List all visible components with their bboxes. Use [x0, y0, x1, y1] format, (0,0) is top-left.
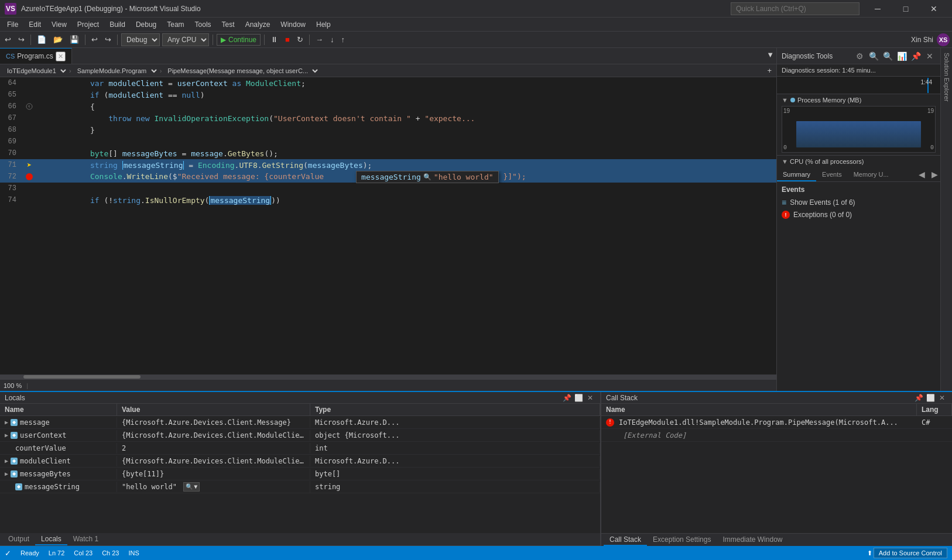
step-over-button[interactable]: → — [313, 33, 326, 46]
menu-help[interactable]: Help — [311, 19, 335, 30]
menu-team[interactable]: Team — [162, 19, 189, 30]
exceptions-row[interactable]: ! Exceptions (0 of 0) — [782, 209, 936, 221]
menu-view[interactable]: View — [47, 19, 71, 30]
diag-tab-events[interactable]: Events — [816, 169, 848, 181]
tab-close-button[interactable]: ✕ — [56, 51, 66, 61]
scrollbar-thumb[interactable] — [23, 375, 141, 379]
diag-zoom-out-button[interactable]: 🔍 — [882, 50, 893, 62]
step-out-button[interactable]: ↑ — [338, 33, 347, 46]
callstack-close-button[interactable]: ✕ — [937, 393, 947, 403]
diag-tab-memory[interactable]: Memory U... — [848, 169, 895, 181]
zoom-level[interactable]: 100 % — [4, 382, 22, 389]
platform-dropdown[interactable]: Any CPU — [162, 33, 209, 46]
status-ins[interactable]: INS — [128, 549, 139, 556]
expand-arrow-messagebytes[interactable]: ▶ — [5, 470, 8, 477]
method-selector[interactable]: PipeMessage(Message message, object user… — [163, 65, 320, 77]
memory-y-bottom-right: 0 — [930, 145, 934, 151]
tooltip-search-icon[interactable]: 🔍 — [423, 173, 432, 181]
obj-icon-message: ◆ — [11, 419, 18, 426]
tab-overflow-button[interactable]: ▼ — [764, 48, 776, 61]
cpu-collapse-arrow[interactable]: ▼ — [782, 158, 788, 165]
gutter-71: ➤ — [23, 160, 35, 170]
bottom-tab-output[interactable]: Output — [2, 533, 35, 545]
locals-pin-button[interactable]: 📌 — [561, 393, 572, 403]
new-file-button[interactable]: 📄 — [35, 33, 49, 46]
local-row-messagestring[interactable]: ◆ messageString "hello world" 🔍 ▼ string — [0, 480, 600, 493]
locals-close-button[interactable]: ✕ — [585, 393, 595, 403]
menu-edit[interactable]: Edit — [24, 19, 46, 30]
diag-pin-button[interactable]: 📌 — [910, 50, 922, 62]
undo-button[interactable]: ↩ — [89, 33, 100, 46]
show-events-row[interactable]: ≡ Show Events (1 of 6) — [782, 196, 936, 209]
restart-button[interactable]: ↻ — [294, 33, 306, 46]
locals-float-button[interactable]: ⬜ — [573, 393, 584, 403]
diag-tabs: Summary Events Memory U... ◀ ▶ — [777, 169, 940, 182]
quick-launch-input[interactable] — [731, 2, 859, 15]
module-selector[interactable]: IoTEdgeModule1 — [2, 65, 68, 77]
local-row-moduleclient[interactable]: ▶ ◆ moduleClient {Microsoft.Azure.Device… — [0, 455, 600, 468]
expand-arrow-usercontext[interactable]: ▶ — [5, 432, 8, 438]
local-row-messagebytes[interactable]: ▶ ◆ messageBytes {byte[11]} byte[] — [0, 468, 600, 480]
callstack-float-button[interactable]: ⬜ — [925, 393, 936, 403]
memory-collapse-arrow[interactable]: ▼ — [782, 97, 788, 104]
expand-arrow-moduleclient[interactable]: ▶ — [5, 458, 8, 464]
pause-button[interactable]: ⏸ — [268, 33, 280, 46]
bottom-tab-locals[interactable]: Locals — [35, 533, 67, 545]
diag-close-button[interactable]: ✕ — [924, 50, 936, 62]
diag-tab-summary[interactable]: Summary — [777, 169, 816, 181]
menu-analyze[interactable]: Analyze — [241, 19, 275, 30]
close-button[interactable]: ✕ — [920, 0, 947, 18]
menu-build[interactable]: Build — [105, 19, 130, 30]
editor-tab-program[interactable]: CS Program.cs ✕ — [0, 48, 72, 64]
local-type-message: Microsoft.Azure.D... — [310, 417, 600, 428]
local-row-usercontext[interactable]: ▶ ◆ userContext {Microsoft.Azure.Devices… — [0, 429, 600, 442]
callstack-pin-button[interactable]: 📌 — [913, 393, 924, 403]
diag-tab-next-button[interactable]: ▶ — [929, 169, 940, 180]
toolbar-separator-3 — [117, 35, 118, 45]
menu-file[interactable]: File — [2, 19, 23, 30]
code-scrollbar[interactable] — [0, 375, 776, 379]
diag-chart-button[interactable]: 📊 — [896, 50, 908, 62]
diag-settings-button[interactable]: ⚙ — [854, 50, 865, 62]
cs-row-pipemessage[interactable]: ! IoTEdgeModule1.dll!SampleModule.Progra… — [601, 416, 952, 429]
step-into-button[interactable]: ↓ — [328, 33, 337, 46]
bottom-tab-watch1[interactable]: Watch 1 — [67, 533, 105, 545]
line-code-66: { — [35, 102, 776, 111]
class-selector[interactable]: SampleModule.Program — [73, 65, 159, 77]
menu-tools[interactable]: Tools — [190, 19, 216, 30]
vs-logo: VS — [5, 3, 16, 15]
minimize-button[interactable]: ─ — [864, 0, 891, 18]
add-member-button[interactable]: + — [765, 64, 774, 77]
menu-window[interactable]: Window — [276, 19, 310, 30]
local-row-countervalue[interactable]: counterValue 2 int — [0, 442, 600, 455]
diag-tab-prev-button[interactable]: ◀ — [916, 169, 927, 180]
debug-config-dropdown[interactable]: Debug — [121, 33, 160, 46]
solution-explorer-bar[interactable]: Solution Explorer — [940, 48, 952, 391]
inline-search-messagestring[interactable]: 🔍 ▼ — [183, 482, 200, 492]
menu-project[interactable]: Project — [73, 19, 104, 30]
menu-debug[interactable]: Debug — [131, 19, 161, 30]
cs-tab-exception-settings[interactable]: Exception Settings — [647, 534, 717, 546]
forward-nav-button[interactable]: ↪ — [16, 33, 27, 46]
back-nav-button[interactable]: ↩ — [2, 33, 13, 46]
maximize-button[interactable]: □ — [892, 0, 919, 18]
stop-button[interactable]: ■ — [283, 33, 292, 46]
save-button[interactable]: 💾 — [67, 33, 81, 46]
expand-arrow-message[interactable]: ▶ — [5, 419, 8, 425]
redo-button[interactable]: ↪ — [102, 33, 114, 46]
local-row-message[interactable]: ▶ ◆ message {Microsoft.Azure.Devices.Cli… — [0, 416, 600, 429]
status-ln[interactable]: Ln 72 — [49, 549, 65, 556]
cs-tab-immediate[interactable]: Immediate Window — [717, 534, 788, 546]
cs-row-external[interactable]: [External Code] — [601, 429, 952, 442]
code-editor[interactable]: 64 var moduleClient = userContext as Mod… — [0, 77, 776, 375]
cs-tab-callstack[interactable]: Call Stack — [604, 534, 647, 546]
continue-button[interactable]: ▶ Continue — [217, 34, 261, 46]
open-button[interactable]: 📂 — [51, 33, 65, 46]
line-num-70: 70 — [0, 149, 23, 157]
add-to-source-control-button[interactable]: Add to Source Control — [874, 548, 947, 558]
inline-search-dropdown-icon[interactable]: ▼ — [194, 483, 197, 490]
status-col[interactable]: Col 23 — [74, 549, 93, 556]
diag-zoom-in-button[interactable]: 🔍 — [868, 50, 879, 62]
menu-test[interactable]: Test — [217, 19, 239, 30]
user-name: Xin Shi — [911, 36, 933, 44]
